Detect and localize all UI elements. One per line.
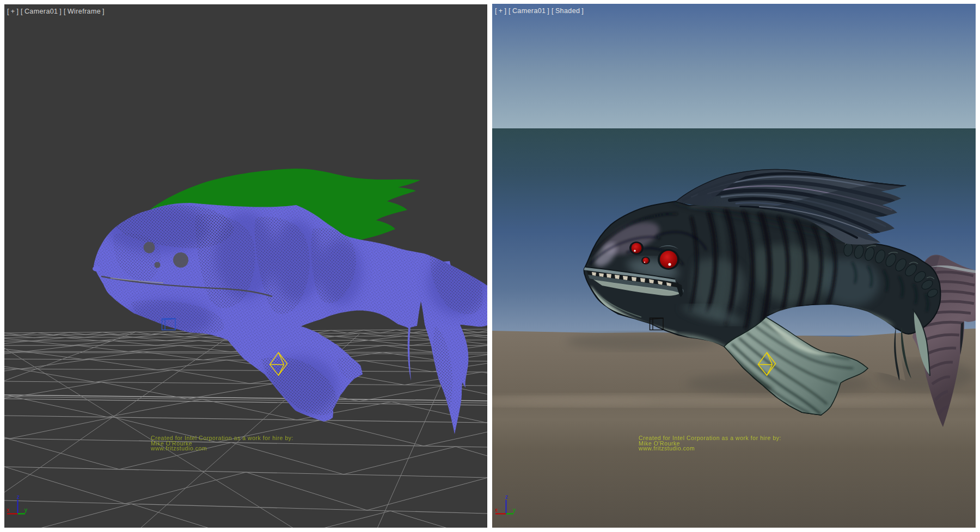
svg-text:y: y [24,507,27,513]
svg-text:x: x [7,507,9,513]
svg-text:z: z [505,494,508,500]
svg-text:x: x [495,507,498,513]
svg-text:z: z [17,494,20,500]
svg-text:y: y [513,507,516,513]
